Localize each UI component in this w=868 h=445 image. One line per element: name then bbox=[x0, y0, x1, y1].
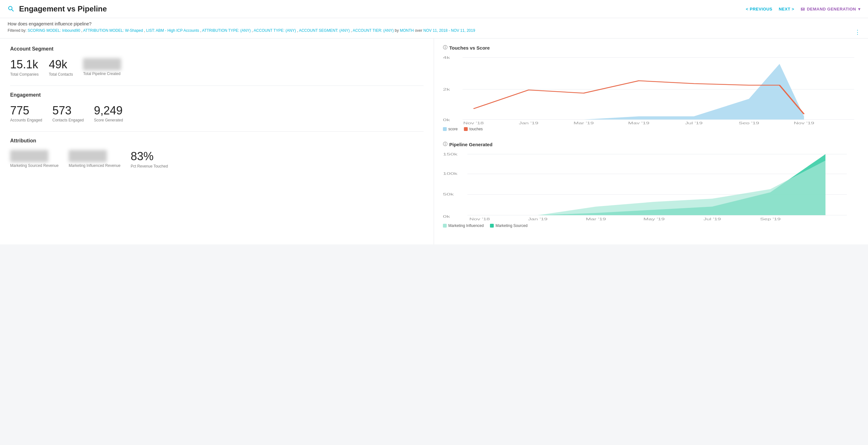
score-generated-block: 9,249 Score Generated bbox=[94, 104, 123, 123]
filter-list[interactable]: LIST: ABM - High ICP Accounts bbox=[146, 28, 199, 33]
next-button[interactable]: NEXT bbox=[779, 7, 794, 11]
search-icon[interactable] bbox=[8, 5, 14, 13]
accounts-engaged-label: Accounts Engaged bbox=[10, 118, 42, 122]
info-icon-2: ⓘ bbox=[443, 141, 447, 147]
legend-influenced: Marketing Influenced bbox=[443, 223, 484, 228]
legend-score: score bbox=[443, 127, 458, 131]
filter-attribution-model[interactable]: ATTRIBUTION MODEL: W-Shaped bbox=[83, 28, 143, 33]
attribution-metrics: Marketing Sourced Revenue Marketing Infl… bbox=[10, 150, 424, 168]
filtered-by-label: Filtered by: bbox=[8, 28, 26, 33]
svg-text:May '19: May '19 bbox=[644, 217, 665, 221]
legend-score-label: score bbox=[448, 127, 458, 131]
pipeline-generated-section: ⓘ Pipeline Generated 150k 100k 50k 0k bbox=[443, 141, 859, 228]
svg-text:Nov '18: Nov '18 bbox=[469, 217, 490, 221]
filter-period[interactable]: MONTH bbox=[400, 28, 414, 33]
total-contacts-label: Total Contacts bbox=[49, 72, 73, 76]
touches-vs-score-title: ⓘ Touches vs Score bbox=[443, 45, 859, 51]
legend-sourced-label: Marketing Sourced bbox=[495, 223, 527, 228]
svg-text:Sep '19: Sep '19 bbox=[760, 217, 781, 221]
svg-text:Mar '19: Mar '19 bbox=[586, 217, 606, 221]
demand-gen-button[interactable]: 🖂 DEMAND GENERATION ▾ bbox=[801, 7, 860, 11]
pct-revenue-touched-value: 83% bbox=[131, 150, 168, 163]
accounts-engaged-block: 775 Accounts Engaged bbox=[10, 104, 42, 123]
engagement-metrics: 775 Accounts Engaged 573 Contacts Engage… bbox=[10, 104, 424, 123]
total-companies-value: 15.1k bbox=[10, 58, 38, 71]
legend-influenced-dot bbox=[443, 224, 447, 228]
total-pipeline-block: Total Pipeline Created bbox=[83, 58, 121, 76]
svg-text:0k: 0k bbox=[443, 215, 450, 218]
svg-text:100k: 100k bbox=[443, 172, 458, 176]
over-label: over bbox=[415, 28, 424, 33]
contacts-engaged-value: 573 bbox=[53, 104, 84, 117]
svg-text:Sep '19: Sep '19 bbox=[739, 121, 759, 124]
contacts-engaged-block: 573 Contacts Engaged bbox=[53, 104, 84, 123]
svg-text:0k: 0k bbox=[443, 118, 450, 122]
demand-gen-icon: 🖂 bbox=[801, 7, 805, 11]
more-options-button[interactable]: ⋮ bbox=[855, 28, 860, 37]
total-contacts-value: 49k bbox=[49, 58, 73, 71]
svg-text:Mar '19: Mar '19 bbox=[574, 121, 594, 124]
engagement-title: Engagement bbox=[10, 92, 424, 98]
score-generated-value: 9,249 bbox=[94, 104, 123, 117]
svg-text:150k: 150k bbox=[443, 152, 458, 156]
filter-account-segment[interactable]: ACCOUNT SEGMENT: (ANY) bbox=[299, 28, 350, 33]
account-segment-metrics: 15.1k Total Companies 49k Total Contacts… bbox=[10, 58, 424, 76]
legend-score-dot bbox=[443, 127, 447, 131]
main-content: Account Segment 15.1k Total Companies 49… bbox=[0, 38, 868, 245]
by-label: by bbox=[395, 28, 400, 33]
svg-text:Jul '19: Jul '19 bbox=[703, 217, 721, 221]
divider-engagement bbox=[10, 86, 424, 86]
marketing-sourced-revenue-blurred bbox=[10, 150, 48, 162]
legend-touches-dot bbox=[464, 127, 468, 131]
marketing-influenced-revenue-label: Marketing Influenced Revenue bbox=[69, 163, 121, 168]
prev-button[interactable]: PREVIOUS bbox=[746, 7, 772, 11]
total-companies-block: 15.1k Total Companies bbox=[10, 58, 38, 76]
touches-vs-score-legend: score touches bbox=[443, 127, 859, 131]
total-pipeline-label: Total Pipeline Created bbox=[83, 71, 121, 76]
attribution-title: Attribution bbox=[10, 138, 424, 144]
touches-vs-score-section: ⓘ Touches vs Score 4k 2k 0k bbox=[443, 45, 859, 131]
marketing-sourced-revenue-block: Marketing Sourced Revenue bbox=[10, 150, 59, 168]
accounts-engaged-value: 775 bbox=[10, 104, 42, 117]
total-companies-label: Total Companies bbox=[10, 72, 38, 76]
filter-bar: How does engagement influence pipeline? … bbox=[0, 18, 868, 38]
marketing-influenced-revenue-block: Marketing Influenced Revenue bbox=[69, 150, 121, 168]
chevron-down-icon: ▾ bbox=[858, 7, 861, 11]
info-icon-1: ⓘ bbox=[443, 45, 447, 51]
svg-marker-25 bbox=[480, 161, 826, 215]
filter-row: Filtered by: SCORING MODEL: Inbound90 , … bbox=[8, 28, 860, 34]
svg-text:Jul '19: Jul '19 bbox=[685, 121, 703, 124]
legend-touches: touches bbox=[464, 127, 483, 131]
legend-sourced: Marketing Sourced bbox=[490, 223, 527, 228]
filter-account-type[interactable]: ACCOUNT TYPE: (ANY) bbox=[254, 28, 296, 33]
svg-text:4k: 4k bbox=[443, 56, 450, 59]
filter-question: How does engagement influence pipeline? bbox=[8, 21, 860, 26]
filter-scoring-model[interactable]: SCORING MODEL: Inbound90 bbox=[28, 28, 80, 33]
filter-date-range[interactable]: NOV 11, 2018 - NOV 11, 2019 bbox=[424, 28, 475, 33]
filter-attribution-type[interactable]: ATTRIBUTION TYPE: (ANY) bbox=[202, 28, 251, 33]
svg-text:2k: 2k bbox=[443, 87, 450, 91]
marketing-sourced-revenue-label: Marketing Sourced Revenue bbox=[10, 163, 59, 168]
touches-vs-score-chart: 4k 2k 0k Nov bbox=[443, 54, 859, 124]
pipeline-generated-legend: Marketing Influenced Marketing Sourced bbox=[443, 223, 859, 228]
svg-text:Nov '18: Nov '18 bbox=[463, 121, 484, 124]
svg-text:Nov '19: Nov '19 bbox=[794, 121, 814, 124]
legend-touches-label: touches bbox=[469, 127, 483, 131]
header-left: Engagement vs Pipeline bbox=[8, 4, 107, 13]
divider-attribution bbox=[10, 131, 424, 132]
contacts-engaged-label: Contacts Engaged bbox=[53, 118, 84, 122]
legend-sourced-dot bbox=[490, 224, 494, 228]
svg-text:Jan '19: Jan '19 bbox=[519, 121, 538, 124]
pct-revenue-touched-label: Pct Revenue Touched bbox=[131, 164, 168, 168]
account-segment-title: Account Segment bbox=[10, 46, 424, 52]
svg-text:50k: 50k bbox=[443, 192, 454, 196]
header-nav: PREVIOUS NEXT 🖂 DEMAND GENERATION ▾ bbox=[746, 7, 860, 11]
total-pipeline-blurred bbox=[83, 58, 121, 70]
score-generated-label: Score Generated bbox=[94, 118, 123, 122]
page-title: Engagement vs Pipeline bbox=[19, 4, 107, 13]
svg-text:May '19: May '19 bbox=[628, 121, 650, 124]
right-panel: ⓘ Touches vs Score 4k 2k 0k bbox=[434, 38, 868, 245]
marketing-influenced-revenue-blurred bbox=[69, 150, 107, 162]
filter-account-tier[interactable]: ACCOUNT TIER: (ANY) bbox=[352, 28, 394, 33]
total-contacts-block: 49k Total Contacts bbox=[49, 58, 73, 76]
